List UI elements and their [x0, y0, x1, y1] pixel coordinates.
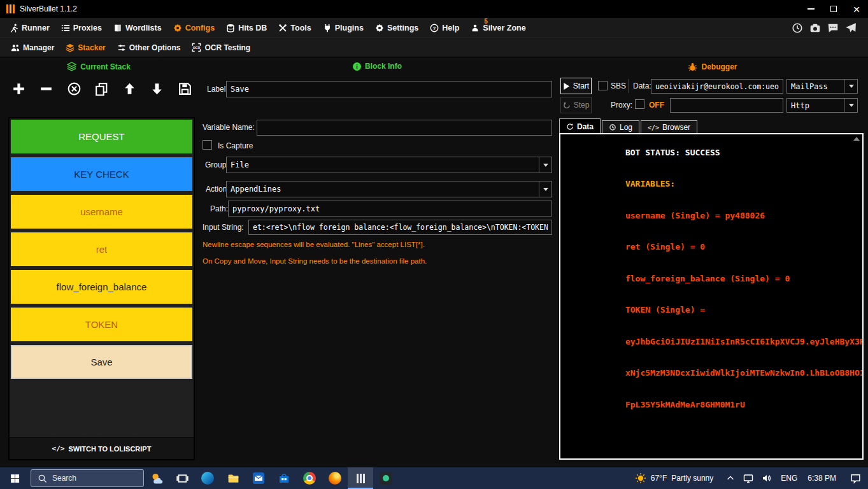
- minimize-button[interactable]: [799, 0, 822, 18]
- chevron-up-icon[interactable]: [726, 474, 735, 483]
- is-capture-checkbox[interactable]: [203, 140, 212, 150]
- input-string-input[interactable]: [248, 220, 552, 235]
- menu-help[interactable]: ? Help: [424, 18, 465, 38]
- submenu-ocr-testing[interactable]: OCR OCR Testing: [186, 38, 256, 57]
- menu-plugins[interactable]: Plugins: [317, 18, 369, 38]
- clock-history-icon: [609, 124, 616, 131]
- svg-text:OCR: OCR: [193, 46, 201, 50]
- sbs-label: SBS: [611, 82, 626, 90]
- add-block-icon[interactable]: [9, 79, 28, 98]
- stack-block[interactable]: REQUEST: [11, 120, 192, 153]
- store-icon[interactable]: [271, 467, 297, 489]
- chrome-icon[interactable]: [297, 467, 322, 489]
- proxy-type-dropdown[interactable]: Http: [786, 98, 858, 113]
- proxy-input[interactable]: [670, 98, 783, 113]
- menu-configs[interactable]: Configs: [167, 18, 221, 38]
- data-input[interactable]: [651, 79, 783, 94]
- silver-zone-badge: 5: [484, 18, 488, 25]
- tab-browser[interactable]: </> Browser: [641, 120, 697, 134]
- green-app-icon[interactable]: [373, 467, 399, 489]
- taskbar-search-box[interactable]: Search: [31, 469, 144, 487]
- news-weather-icon[interactable]: [144, 467, 169, 489]
- sub-menu: Manager Stacker Other Options OCR OCR Te…: [0, 38, 868, 57]
- switch-to-loliscript-button[interactable]: </> SWITCH TO LOLISCRIPT: [10, 437, 194, 459]
- camera-icon[interactable]: [809, 22, 821, 34]
- stack-block-label: TOKEN: [85, 319, 118, 330]
- chevron-down-icon: [844, 99, 857, 112]
- window-title: SilverBullet 1.1.2: [20, 4, 77, 13]
- action-center-icon[interactable]: [843, 467, 868, 489]
- database-icon: [226, 24, 235, 32]
- debug-log-line: FpL35Y5kMAdMeAr8GHM0M1rU: [566, 389, 857, 421]
- clear-stack-icon[interactable]: [64, 79, 83, 98]
- scroll-up-arrow[interactable]: [853, 137, 860, 141]
- start-button-windows[interactable]: [0, 467, 29, 489]
- menu-hits-db[interactable]: Hits DB: [220, 18, 273, 38]
- file-explorer-icon[interactable]: [220, 467, 246, 489]
- configs-gear-icon: [173, 24, 182, 32]
- chat-icon[interactable]: [827, 22, 839, 34]
- variable-name-input[interactable]: [257, 120, 552, 136]
- weather-condition: Partly sunny: [671, 474, 713, 483]
- variable-name-label: Variable Name:: [203, 123, 255, 132]
- clone-block-icon[interactable]: [92, 79, 111, 98]
- debug-output[interactable]: BOT STATUS: SUCCESS VARIABLES: username …: [559, 133, 864, 460]
- history-icon[interactable]: [792, 22, 803, 34]
- submenu-other-options[interactable]: Other Options: [111, 38, 187, 57]
- menu-proxies[interactable]: Proxies: [55, 18, 108, 38]
- menu-silver-zone[interactable]: 5 Silver Zone: [465, 18, 531, 38]
- tab-log[interactable]: Log: [602, 120, 639, 134]
- ocr-icon: OCR: [192, 43, 201, 52]
- stack-panel: REQUEST KEY CHECK username ret flow_fore…: [9, 118, 194, 460]
- menu-wordlists[interactable]: Wordlists: [108, 18, 167, 38]
- person-pin-icon: [471, 24, 480, 32]
- search-icon: [38, 474, 47, 483]
- task-view-icon[interactable]: [169, 467, 195, 489]
- menu-runner[interactable]: Runner: [4, 18, 55, 38]
- save-stack-icon[interactable]: [175, 79, 194, 98]
- group-dropdown[interactable]: File: [226, 157, 552, 173]
- weather-widget[interactable]: 67°F Partly sunny: [627, 467, 722, 489]
- menu-settings[interactable]: Settings: [369, 18, 424, 38]
- send-icon[interactable]: [845, 22, 857, 34]
- monitor-icon[interactable]: [743, 473, 753, 483]
- submenu-stacker[interactable]: Stacker: [60, 38, 111, 57]
- menu-tools[interactable]: Tools: [273, 18, 317, 38]
- taskbar: Search 67°F Partly sunny ENG 6:38 PM: [0, 467, 868, 489]
- sbs-checkbox[interactable]: [598, 81, 608, 90]
- group-value: File: [231, 160, 249, 169]
- stack-block[interactable]: ret: [11, 232, 192, 266]
- mail-app-icon[interactable]: [246, 467, 271, 489]
- move-up-icon[interactable]: [120, 79, 139, 98]
- step-button[interactable]: Step: [560, 97, 592, 113]
- chevron-down-icon: [539, 181, 551, 197]
- start-button[interactable]: Start: [560, 78, 592, 94]
- stack-block[interactable]: TOKEN: [11, 308, 192, 341]
- proxy-status: OFF: [649, 101, 664, 110]
- volume-icon[interactable]: [762, 473, 772, 483]
- path-input[interactable]: [228, 201, 552, 216]
- close-button[interactable]: ×: [845, 0, 868, 18]
- move-down-icon[interactable]: [148, 79, 167, 98]
- wordlist-type-dropdown[interactable]: MailPass: [786, 79, 858, 94]
- tab-data[interactable]: Data: [559, 118, 601, 134]
- edge-icon[interactable]: [195, 467, 220, 489]
- stack-block[interactable]: flow_foreign_balance: [11, 270, 192, 304]
- proxy-type-value: Http: [791, 101, 809, 110]
- label-input[interactable]: [226, 81, 552, 97]
- clock[interactable]: 6:38 PM: [801, 474, 843, 483]
- stack-block[interactable]: Save: [11, 345, 192, 379]
- firefox-icon[interactable]: [322, 467, 348, 489]
- stack-block[interactable]: KEY CHECK: [11, 157, 192, 191]
- proxy-checkbox[interactable]: [635, 99, 644, 109]
- submenu-manager[interactable]: Manager: [5, 38, 60, 57]
- is-capture-label: Is Capture: [218, 141, 253, 150]
- silverbullet-app-icon[interactable]: [348, 467, 373, 489]
- remove-block-icon[interactable]: [37, 79, 56, 98]
- language-indicator[interactable]: ENG: [777, 474, 801, 483]
- stack-block[interactable]: username: [11, 195, 192, 229]
- action-dropdown[interactable]: AppendLines: [226, 181, 552, 197]
- stack-block-label: flow_foreign_balance: [57, 281, 147, 292]
- maximize-button[interactable]: [822, 0, 845, 18]
- stack-block-label: KEY CHECK: [74, 169, 129, 180]
